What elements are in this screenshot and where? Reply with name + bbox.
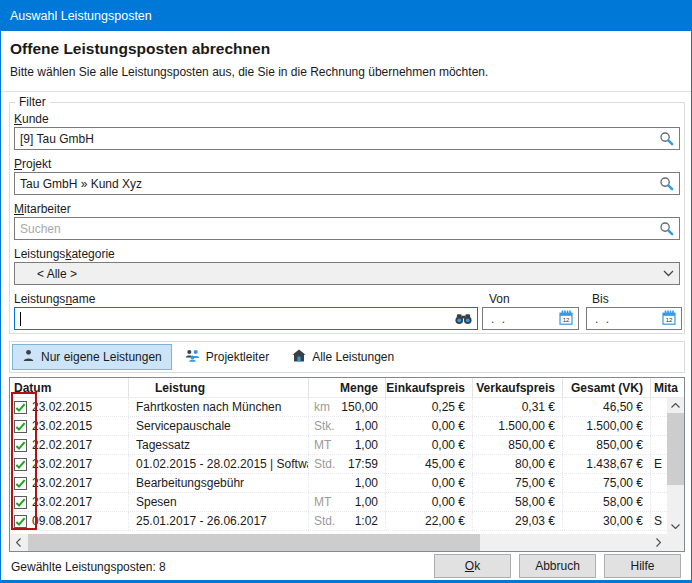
row-checkbox[interactable] [14, 458, 27, 471]
dialog-auswahl-leistungsposten: Auswahl Leistungsposten Offene Leistungs… [0, 0, 692, 583]
table-row[interactable]: 23.02.2017Bearbeitungsgebühr1,000,00 €75… [10, 474, 667, 493]
horizontal-scrollbar[interactable] [10, 534, 667, 551]
row-checkbox[interactable] [14, 515, 27, 528]
horizontal-scroll-thumb[interactable] [28, 534, 480, 551]
help-button[interactable]: Hilfe [604, 554, 681, 578]
text-cursor [20, 312, 21, 326]
column-header-einkaufspreis[interactable]: Einkaufspreis [386, 378, 473, 397]
search-icon[interactable] [659, 221, 674, 236]
leistungskategorie-select[interactable]: < Alle > [14, 262, 680, 285]
row-checkbox[interactable] [14, 477, 27, 490]
menge-value: 1,00 [355, 419, 378, 433]
leistungskategorie-value: < Alle > [37, 267, 77, 281]
search-icon[interactable] [659, 131, 674, 146]
cell-gesamt: 46,50 € [563, 398, 651, 416]
cell-verkaufspreis: 0,31 € [473, 398, 563, 416]
kunde-value: [9] Tau GmbH [20, 132, 94, 146]
leistungsposten-table: Datum Leistung Menge Einkaufspreis Verka… [9, 377, 685, 552]
filter-groupbox: Filter Kunde [9] Tau GmbH Projekt Tau Gm… [9, 102, 685, 334]
chevron-down-icon [663, 270, 674, 277]
cell-einkaufspreis: 22,00 € [386, 512, 473, 530]
cell-datum: 23.02.2015 [10, 398, 129, 416]
datum-value: 23.02.2017 [32, 457, 92, 471]
cell-gesamt: 1.500,00 € [563, 417, 651, 435]
cell-mitarbeiter: E [651, 455, 667, 473]
cell-gesamt: 75,00 € [563, 474, 651, 492]
leistungsname-input[interactable] [14, 307, 478, 330]
menge-value: 17:59 [348, 457, 378, 471]
datum-value: 23.02.2015 [32, 419, 92, 433]
tab-alle-leistungen[interactable]: Alle Leistungen [282, 344, 404, 370]
scrollbar-corner [667, 534, 684, 551]
table-row[interactable]: 22.02.2017TagessatzMT1,000,00 €850,00 €8… [10, 436, 667, 455]
ok-button[interactable]: Ok [434, 554, 511, 578]
cancel-button[interactable]: Abbruch [519, 554, 596, 578]
row-checkbox[interactable] [14, 401, 27, 414]
table-row[interactable]: 09.08.201725.01.2017 - 26.06.2017Std.1:0… [10, 512, 667, 531]
mitarbeiter-input[interactable]: Suchen [14, 217, 680, 240]
scroll-down-icon[interactable] [667, 519, 684, 534]
search-icon[interactable] [659, 176, 674, 191]
column-header-leistung[interactable]: Leistung [129, 378, 309, 397]
column-header-menge[interactable]: Menge [309, 378, 386, 397]
column-header-verkaufspreis[interactable]: Verkaufspreis [473, 378, 563, 397]
datum-value: 23.02.2017 [32, 495, 92, 509]
cell-verkaufspreis: 850,00 € [473, 436, 563, 454]
cell-verkaufspreis: 29,03 € [473, 512, 563, 530]
vertical-scrollbar[interactable] [667, 398, 684, 534]
calendar-icon[interactable]: 12 [559, 310, 573, 328]
table-header: Datum Leistung Menge Einkaufspreis Verka… [10, 378, 684, 398]
mitarbeiter-label: Mitarbeiter [14, 202, 71, 216]
cell-mitarbeiter [651, 493, 667, 511]
scroll-left-icon[interactable] [10, 534, 27, 551]
cell-leistung: Spesen [129, 493, 309, 511]
column-header-mitarbeiter[interactable]: Mita [651, 378, 684, 397]
cell-datum: 23.02.2017 [10, 493, 129, 511]
scroll-right-icon[interactable] [650, 534, 667, 551]
cell-menge: Std.1:02 [309, 512, 386, 530]
von-date-input[interactable]: . . 12 [482, 307, 579, 330]
table-body: 23.02.2015Fahrtkosten nach Münchenkm150,… [10, 398, 667, 531]
projekt-label: Projekt [14, 157, 51, 171]
tab-projektleiter[interactable]: Projektleiter [175, 344, 279, 370]
tab-label: Nur eigene Leistungen [41, 350, 162, 364]
table-row[interactable]: 23.02.201701.02.2015 - 28.02.2015 | Soft… [10, 455, 667, 474]
bis-label: Bis [592, 292, 609, 306]
titlebar[interactable]: Auswahl Leistungsposten [1, 1, 691, 31]
cell-einkaufspreis: 0,00 € [386, 493, 473, 511]
table-row[interactable]: 23.02.2015ServicepauschaleStk.1,000,00 €… [10, 417, 667, 436]
column-header-gesamt[interactable]: Gesamt (VK) [563, 378, 651, 397]
row-checkbox[interactable] [14, 439, 27, 452]
projekt-value: Tau GmbH » Kund Xyz [20, 177, 142, 191]
table-row[interactable]: 23.02.2015Fahrtkosten nach Münchenkm150,… [10, 398, 667, 417]
column-header-datum[interactable]: Datum [10, 378, 129, 397]
binoculars-icon[interactable] [455, 313, 472, 325]
row-checkbox[interactable] [14, 496, 27, 509]
row-checkbox[interactable] [14, 420, 27, 433]
unit-value: Stk. [314, 419, 335, 433]
datum-value: 22.02.2017 [32, 438, 92, 452]
tab-nur-eigene-leistungen[interactable]: Nur eigene Leistungen [12, 344, 172, 370]
cell-datum: 23.02.2017 [10, 474, 129, 492]
datum-value: 23.02.2017 [32, 476, 92, 490]
bis-date-input[interactable]: . . 12 [586, 307, 682, 330]
cell-menge: MT1,00 [309, 493, 386, 511]
mitarbeiter-placeholder: Suchen [20, 222, 61, 236]
scroll-up-icon[interactable] [667, 398, 684, 413]
tab-label: Alle Leistungen [312, 350, 394, 364]
cell-mitarbeiter [651, 474, 667, 492]
kunde-input[interactable]: [9] Tau GmbH [14, 127, 680, 150]
projekt-input[interactable]: Tau GmbH » Kund Xyz [14, 172, 680, 195]
cell-einkaufspreis: 0,00 € [386, 436, 473, 454]
cell-gesamt: 850,00 € [563, 436, 651, 454]
cell-einkaufspreis: 45,00 € [386, 455, 473, 473]
cell-mitarbeiter [651, 398, 667, 416]
svg-text:12: 12 [666, 317, 673, 323]
calendar-icon[interactable]: 12 [662, 310, 676, 328]
people-group-icon [185, 349, 200, 365]
cell-menge: Std.17:59 [309, 455, 386, 473]
cell-leistung: 25.01.2017 - 26.06.2017 [129, 512, 309, 530]
table-row[interactable]: 23.02.2017SpesenMT1,000,00 €58,00 €58,00… [10, 493, 667, 512]
cell-gesamt: 1.438,67 € [563, 455, 651, 473]
vertical-scroll-thumb[interactable] [667, 413, 684, 485]
